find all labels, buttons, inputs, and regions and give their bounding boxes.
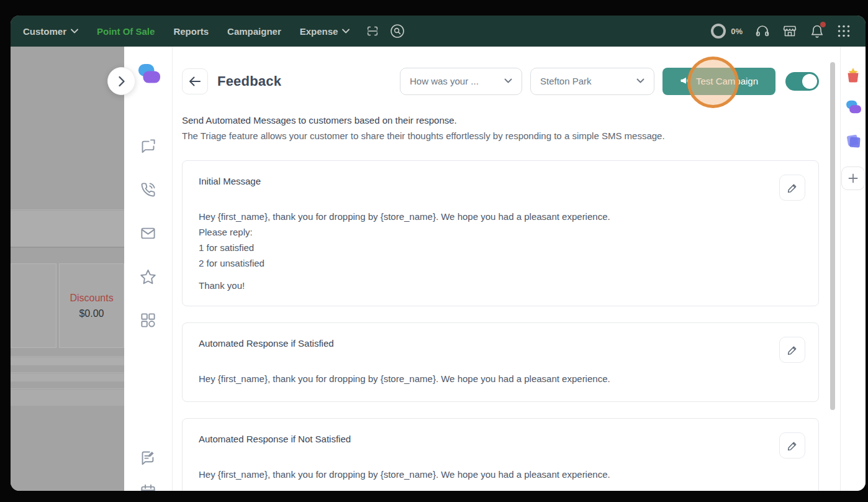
pencil-icon	[787, 182, 798, 194]
chevron-down-icon	[71, 29, 78, 34]
widgets-icon[interactable]	[140, 311, 157, 329]
edit-not-satisfied-response-button[interactable]	[779, 432, 805, 459]
pencil-icon	[787, 440, 798, 452]
scan-icon[interactable]	[366, 24, 379, 38]
chevron-down-icon	[342, 29, 350, 34]
message-edit-icon[interactable]	[140, 449, 157, 466]
add-app-button[interactable]	[841, 167, 865, 190]
star-icon[interactable]	[140, 268, 157, 285]
discounts-value: $0.00	[60, 308, 124, 319]
menu-item-customer[interactable]: Customer	[23, 26, 78, 37]
test-campaign-label: Test Campaign	[696, 76, 758, 86]
test-campaign-button[interactable]: Test Campaign	[662, 68, 775, 95]
campaign-active-toggle[interactable]	[785, 72, 819, 91]
reward-box-icon[interactable]	[845, 67, 861, 83]
app-window: Customer Point Of Sale Reports Campaigne…	[11, 16, 866, 491]
stacked-notes-icon[interactable]	[845, 133, 862, 150]
initial-message-card: Initial Message Hey {first_name}, thank …	[182, 160, 819, 306]
menu-item-expense[interactable]: Expense	[300, 26, 350, 37]
edit-initial-message-button[interactable]	[779, 175, 805, 201]
menu-item-label: Reports	[173, 26, 209, 37]
satisfied-response-card: Automated Response if Satisfied Hey {fir…	[182, 322, 819, 402]
menu-item-point-of-sale[interactable]: Point Of Sale	[97, 26, 155, 37]
right-icon-rail	[840, 47, 866, 491]
menu-item-label: Campaigner	[227, 26, 281, 37]
edit-satisfied-response-button[interactable]	[779, 337, 805, 363]
message-line: 1 for satisfied	[199, 240, 803, 255]
card-title: Automated Response if Not Satisfied	[199, 434, 803, 444]
calendar-icon[interactable]	[140, 483, 157, 491]
bubbles-logo	[137, 63, 160, 87]
campaign-type-dropdown[interactable]: How was your ...	[400, 68, 522, 95]
backdrop-card	[11, 263, 57, 348]
pencil-icon	[787, 344, 798, 356]
expand-panel-button[interactable]	[107, 67, 135, 95]
message-line: Hey {first_name}, thank you for dropping…	[199, 467, 803, 482]
apps-grid-icon[interactable]	[837, 24, 851, 38]
message-line: Hey {first_name}, thank you for dropping…	[199, 371, 803, 386]
plus-icon	[848, 173, 858, 183]
back-button[interactable]	[182, 68, 208, 94]
main-menu: Customer Point Of Sale Reports Campaigne…	[23, 26, 350, 37]
menu-item-campaigner[interactable]: Campaigner	[227, 26, 281, 37]
page-title: Feedback	[217, 73, 281, 89]
campaign-panel: Feedback How was your ... Stefton Park	[124, 47, 866, 491]
store-icon[interactable]	[782, 24, 797, 39]
progress-ring-icon	[711, 24, 726, 39]
notification-dot	[820, 22, 826, 27]
bell-icon[interactable]	[810, 24, 825, 39]
dropdown-value: Stefton Park	[540, 76, 592, 86]
top-navbar: Customer Point Of Sale Reports Campaigne…	[11, 16, 866, 47]
chevron-down-icon	[504, 78, 512, 84]
menu-item-reports[interactable]: Reports	[173, 26, 209, 37]
megaphone-icon	[680, 76, 690, 86]
message-line: 2 for unsatisfied	[199, 255, 803, 271]
headphones-icon[interactable]	[755, 24, 770, 39]
menu-item-label: Point Of Sale	[97, 26, 155, 37]
message-line: Thank you!	[199, 280, 803, 291]
progress-percent: 0%	[731, 27, 743, 36]
message-line: Please reply:	[199, 224, 803, 240]
description-line-1: Send Automated Messages to customers bas…	[182, 112, 819, 128]
vertical-scrollbar[interactable]	[830, 62, 835, 410]
chevron-down-icon	[636, 78, 644, 84]
message-line: Hey {first_name}, thank you for dropping…	[199, 209, 803, 224]
back-arrow-icon	[189, 76, 201, 86]
store-dropdown[interactable]: Stefton Park	[530, 68, 654, 95]
search-icon[interactable]	[389, 23, 405, 39]
not-satisfied-response-card: Automated Response if Not Satisfied Hey …	[182, 418, 819, 491]
chat-icon[interactable]	[140, 137, 157, 155]
card-title: Initial Message	[199, 176, 803, 186]
card-title: Automated Response if Satisfied	[199, 338, 803, 349]
main-content: Feedback How was your ... Stefton Park	[173, 47, 840, 491]
mail-icon[interactable]	[140, 224, 157, 242]
chevron-right-icon	[118, 76, 125, 87]
phone-call-icon[interactable]	[140, 181, 157, 198]
bubbles-logo[interactable]	[845, 100, 861, 116]
progress-indicator: 0%	[711, 24, 743, 39]
dropdown-value: How was your ...	[410, 76, 479, 86]
dimmed-background-page: Discounts $0.00	[11, 47, 124, 491]
backdrop-discounts-card: Discounts $0.00	[59, 263, 124, 348]
discounts-label: Discounts	[60, 293, 124, 304]
menu-item-label: Expense	[300, 26, 338, 37]
menu-item-label: Customer	[23, 26, 66, 37]
left-icon-rail	[124, 47, 173, 491]
description-line-2: The Triage feature allows your customer …	[182, 128, 819, 144]
toggle-knob	[802, 74, 817, 89]
